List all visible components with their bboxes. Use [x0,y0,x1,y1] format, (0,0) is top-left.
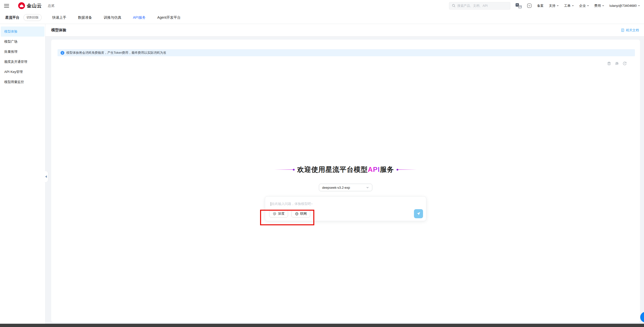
model-selected-value: deepseek-v3.2-exp [322,186,350,189]
history-icon[interactable] [623,61,627,66]
menu-enterprise[interactable]: 企业 [579,4,589,8]
right-decoration-line [398,169,417,170]
parameters-sliders-icon[interactable] [615,61,619,66]
chat-input-placeholder: 在此输入问题，体验模型吧~ [272,202,313,206]
tab-data-prep[interactable]: 数据准备 [78,15,92,20]
collapse-left-icon [44,175,47,178]
sidebar: 模型体验 模型广场 批量推理 额度及开通管理 API Key管理 模型用量监控 [0,24,45,324]
chat-panel: i 模型体验将会消耗免费额度，产生Token费用，最终费用以实际消耗为准 欢迎使… [51,40,640,322]
cloud-logo-icon [18,2,25,9]
search-input[interactable] [457,4,505,8]
related-docs-link[interactable]: 相关文档 [621,28,639,33]
brand-logo[interactable]: 金山云 [18,2,42,9]
message-center-icon[interactable] [527,3,532,8]
language-switch-icon[interactable]: 中 EN [516,3,522,8]
api-highlight: API [368,166,380,173]
logo-text: 金山云 [27,3,42,9]
deep-think-icon [273,212,276,216]
sidebar-item-model-square[interactable]: 模型广场 [1,37,44,47]
chevron-down-icon [366,186,369,189]
web-search-toggle[interactable]: 联网 [291,210,310,217]
user-account-menu[interactable]: lulanyi@73404680 [609,4,640,8]
tab-quick-start[interactable]: 快速上手 [52,15,66,20]
chat-input[interactable]: 在此输入问题，体验模型吧~ [271,202,313,206]
page-header: 模型体验 相关文档 [45,24,644,37]
welcome-heading: 欢迎使用星流平台模型API服务 [274,165,417,175]
top-bar: 金山云 总览 中 EN 备案 支持 工单 企业 费用 lulanyi@73404… [0,0,644,11]
welcome-text: 欢迎使用星流平台模型API服务 [297,165,394,174]
paper-plane-icon [416,211,421,216]
product-nav-tabs: 快速上手 数据准备 训推与仿真 API服务 Agent开发平台 [52,15,181,20]
mode-toggle-row: 深度 联网 [269,210,310,217]
product-nav-bar: 星流平台 切到旧版 快速上手 数据准备 训推与仿真 API服务 Agent开发平… [0,11,644,24]
sidebar-item-batch-inference[interactable]: 批量推理 [1,47,44,57]
floating-service-button[interactable] [640,312,644,322]
document-icon [621,28,625,32]
sidebar-item-usage-monitor[interactable]: 模型用量监控 [1,77,44,87]
screen: 金山云 总览 中 EN 备案 支持 工单 企业 费用 lulanyi@73404… [0,0,644,327]
switch-to-old-version-button[interactable]: 切到旧版 [23,14,42,21]
tab-train-sim[interactable]: 训推与仿真 [104,15,121,20]
text-cursor [271,202,271,206]
sidebar-item-quota-management[interactable]: 额度及开通管理 [1,57,44,67]
tab-agent-platform[interactable]: Agent开发平台 [157,15,181,20]
deep-think-toggle[interactable]: 深度 [269,210,288,217]
chevron-down-icon [557,5,559,7]
page-title: 模型体验 [51,28,66,33]
chevron-down-icon [638,5,640,7]
menu-support[interactable]: 支持 [549,4,559,8]
chevron-down-icon [602,5,604,7]
overview-link[interactable]: 总览 [48,4,54,8]
topbar-right-group: 中 EN 备案 支持 工单 企业 费用 lulanyi@73404680 [449,2,644,10]
tab-api-service[interactable]: API服务 [133,15,146,20]
info-banner-text: 模型体验将会消耗免费额度，产生Token费用，最终费用以实际消耗为准 [66,51,166,55]
chat-toolbar [607,61,627,66]
left-decoration-line [274,169,293,170]
screen-bottom-edge [0,324,644,327]
global-search[interactable] [449,2,510,10]
platform-title: 星流平台 [5,15,19,20]
welcome-stack: 欢迎使用星流平台模型API服务 deepseek-v3.2-exp 在此输入问题… [51,165,640,221]
sidebar-collapse-handle[interactable] [43,171,48,182]
chevron-down-icon [572,5,574,7]
menu-workorder[interactable]: 工单 [564,4,574,8]
chevron-down-icon [587,5,589,7]
globe-icon [295,212,299,216]
search-icon [452,4,456,8]
menu-billing[interactable]: 费用 [594,4,604,8]
menu-beian[interactable]: 备案 [537,4,544,8]
info-banner: i 模型体验将会消耗免费额度，产生Token费用，最终费用以实际消耗为准 [58,49,635,56]
sidebar-item-model-experience[interactable]: 模型体验 [1,26,44,37]
model-select-dropdown[interactable]: deepseek-v3.2-exp [319,184,372,191]
hamburger-menu-icon[interactable] [4,4,9,8]
send-button[interactable] [414,209,423,218]
chat-input-card: 在此输入问题，体验模型吧~ 深度 联网 [265,196,426,221]
info-icon: i [61,51,64,55]
clear-chat-trash-icon[interactable] [607,61,611,66]
sidebar-item-api-key[interactable]: API Key管理 [1,67,44,77]
